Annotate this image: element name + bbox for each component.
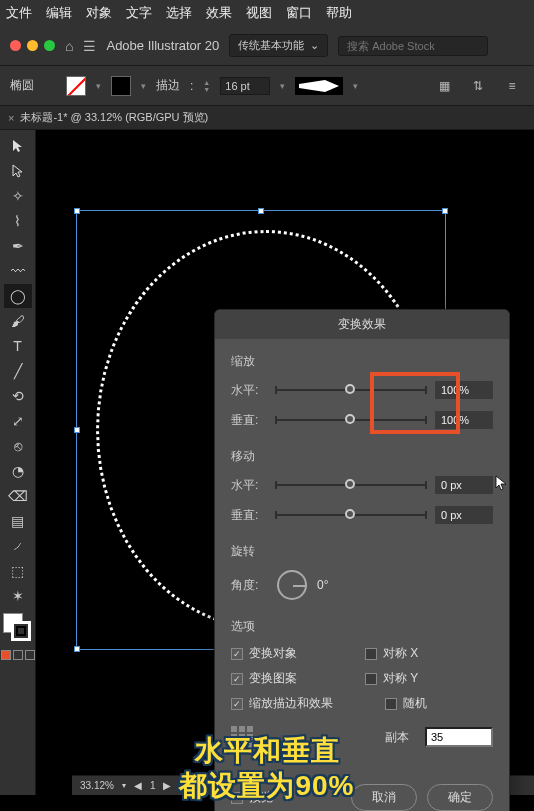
move-v-slider[interactable] [275,514,427,516]
maximize-window[interactable] [44,40,55,51]
chevron-down-icon: ▾ [122,781,126,790]
resize-handle[interactable] [442,208,448,214]
tab-close[interactable]: × [8,112,14,124]
chevron-down-icon: ▾ [141,81,146,91]
opt-reflect-x[interactable]: 对称 X [365,645,475,662]
cancel-button[interactable]: 取消 [351,784,417,811]
menu-file[interactable]: 文件 [6,4,32,22]
app-bar: ⌂ ☰ Adobe Illustrator 20 传统基本功能 ⌄ [0,26,534,66]
align-icon[interactable]: ▦ [432,74,456,98]
ok-button[interactable]: 确定 [427,784,493,811]
color-mode-switch[interactable] [1,650,35,660]
search-input[interactable] [338,36,488,56]
rotate-tool[interactable]: ⟲ [4,384,32,408]
minimize-window[interactable] [27,40,38,51]
document-tab[interactable]: 未标题-1* @ 33.12% (RGB/GPU 预览) [20,110,208,125]
scale-v-slider[interactable] [275,419,427,421]
workspace-dropdown[interactable]: 传统基本功能 ⌄ [229,34,328,57]
stroke-color[interactable] [11,621,31,641]
gradient-tool[interactable]: ▤ [4,509,32,533]
copies-label: 副本 [385,729,409,746]
opt-transform-objects[interactable]: 变换对象 [231,645,341,662]
opt-label: 缩放描边和效果 [249,695,333,712]
stroke-weight-input[interactable] [220,77,270,95]
symbol-sprayer-tool[interactable]: ✶ [4,584,32,608]
scale-h-slider[interactable] [275,389,427,391]
move-label: 移动 [231,448,493,465]
menu-object[interactable]: 对象 [86,4,112,22]
resize-handle[interactable] [74,646,80,652]
reference-point-grid[interactable] [231,726,259,748]
zoom-level[interactable]: 33.12% [80,780,114,791]
line-tool[interactable]: ╱ [4,359,32,383]
selection-tool[interactable] [4,134,32,158]
artboard-number[interactable]: 1 [150,780,156,791]
paintbrush-tool[interactable]: 🖌 [4,309,32,333]
opt-random[interactable]: 随机 [385,695,475,712]
artboard-next[interactable]: ▶ [163,780,171,791]
opt-reflect-y[interactable]: 对称 Y [365,670,475,687]
dialog-footer: 预览 取消 确定 [215,774,509,811]
fill-stroke-swatch[interactable] [3,613,33,643]
scale-label: 缩放 [231,353,493,370]
arrange-icon[interactable]: ⇅ [466,74,490,98]
resize-handle[interactable] [74,208,80,214]
scale-h-label: 水平: [231,382,267,399]
ellipse-tool[interactable]: ◯ [4,284,32,308]
close-window[interactable] [10,40,21,51]
menu-text[interactable]: 文字 [126,4,152,22]
preview-checkbox[interactable]: 预览 [231,789,273,806]
svg-marker-0 [299,80,339,92]
menu-effect[interactable]: 效果 [206,4,232,22]
resize-handle[interactable] [258,208,264,214]
eraser-tool[interactable]: ⌫ [4,484,32,508]
stroke-swatch[interactable] [111,76,131,96]
menu-window[interactable]: 窗口 [286,4,312,22]
shape-builder-tool[interactable]: ◔ [4,459,32,483]
rotate-label: 旋转 [231,543,493,560]
menu-view[interactable]: 视图 [246,4,272,22]
fill-swatch[interactable] [66,76,86,96]
tool-panel: ✧ ⌇ ✒ 〰 ◯ 🖌 T ╱ ⟲ ⤢ ⎋ ◔ ⌫ ▤ ⟋ ⬚ ✶ [0,130,36,795]
move-h-slider[interactable] [275,484,427,486]
scale-h-value[interactable]: 100% [435,381,493,399]
scale-section: 缩放 水平: 100% 垂直: 100% [231,353,493,430]
blend-tool[interactable]: ⬚ [4,559,32,583]
arrow-profile[interactable] [295,77,343,95]
menu-help[interactable]: 帮助 [326,4,352,22]
checkbox-icon [231,698,243,710]
app-title: Adobe Illustrator 20 [106,38,219,53]
menu-edit[interactable]: 编辑 [46,4,72,22]
home-icon[interactable]: ⌂ [65,38,73,54]
more-icon[interactable]: ≡ [500,74,524,98]
eyedropper-tool[interactable]: ⟋ [4,534,32,558]
angle-value[interactable]: 0° [317,578,328,592]
menu-select[interactable]: 选择 [166,4,192,22]
angle-dial[interactable] [277,570,307,600]
lasso-tool[interactable]: ⌇ [4,209,32,233]
checkbox-icon [385,698,397,710]
scale-tool[interactable]: ⤢ [4,409,32,433]
magic-wand-tool[interactable]: ✧ [4,184,32,208]
opt-label: 对称 X [383,645,418,662]
move-h-value[interactable]: 0 px [435,476,493,494]
control-bar: 椭圆 ▾ ▾ 描边: ▲▼ ▾ ▾ ▦ ⇅ ≡ [0,66,534,106]
chevron-down-icon: ▾ [280,81,285,91]
move-v-value[interactable]: 0 px [435,506,493,524]
scale-v-value[interactable]: 100% [435,411,493,429]
opt-transform-patterns[interactable]: 变换图案 [231,670,341,687]
resize-handle[interactable] [74,427,80,433]
copies-input[interactable] [425,727,493,747]
checkbox-icon [231,792,243,804]
stroke-label: 描边 [156,77,180,94]
width-tool[interactable]: ⎋ [4,434,32,458]
menu-icon[interactable]: ☰ [83,38,96,54]
artboard-prev[interactable]: ◀ [134,780,142,791]
dialog-title: 变换效果 [215,310,509,339]
direct-selection-tool[interactable] [4,159,32,183]
pen-tool[interactable]: ✒ [4,234,32,258]
curvature-tool[interactable]: 〰 [4,259,32,283]
document-tab-bar: × 未标题-1* @ 33.12% (RGB/GPU 预览) [0,106,534,130]
opt-scale-strokes[interactable]: 缩放描边和效果 [231,695,361,712]
type-tool[interactable]: T [4,334,32,358]
